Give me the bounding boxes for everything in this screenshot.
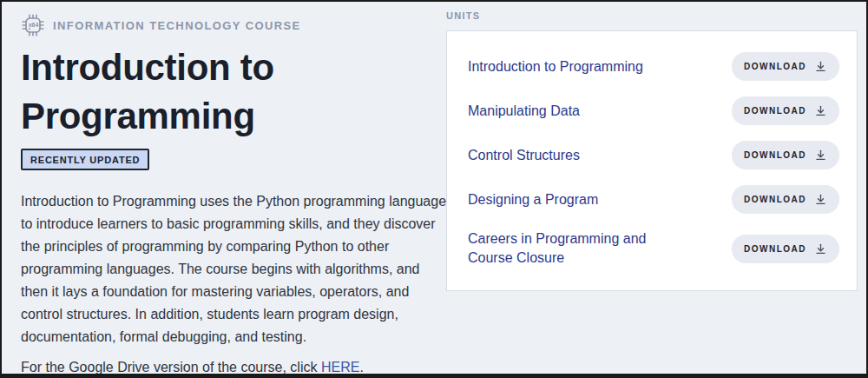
google-drive-note: For the Google Drive version of the cour… [21, 356, 431, 378]
course-eyebrow-row: x64 INFORMATION TECHNOLOGY COURSE [21, 12, 431, 38]
download-button[interactable]: DOWNLOAD [732, 235, 839, 263]
units-label: UNITS [446, 10, 858, 23]
course-category-label: INFORMATION TECHNOLOGY COURSE [53, 19, 301, 32]
download-button-label: DOWNLOAD [744, 195, 806, 204]
download-button-label: DOWNLOAD [744, 150, 806, 160]
course-description: Introduction to Programming uses the Pyt… [21, 190, 431, 348]
download-button-label: DOWNLOAD [744, 244, 806, 254]
svg-text:x64: x64 [29, 22, 39, 28]
page: x64 INFORMATION TECHNOLOGY COURSE Introd… [0, 0, 868, 378]
download-button[interactable]: DOWNLOAD [732, 141, 839, 169]
download-icon [814, 60, 827, 73]
units-card: Introduction to Programming DOWNLOAD Man… [446, 30, 858, 291]
download-icon [814, 104, 827, 117]
description-line: Introduction to Programming uses the Pyt… [21, 190, 431, 213]
download-button[interactable]: DOWNLOAD [732, 185, 839, 214]
description-line: documentation, formal debugging, and tes… [21, 326, 431, 348]
description-line: control structures. In addition, student… [21, 303, 431, 326]
page-title: Introduction to Programming [21, 43, 385, 141]
description-line: the principles of programming by compari… [21, 235, 431, 258]
download-icon [814, 193, 827, 206]
description-line: programming languages. The course begins… [21, 258, 431, 281]
google-drive-note-text: For the Google Drive version of the cour… [21, 360, 321, 375]
description-line: then it lays a foundation for mastering … [21, 281, 431, 303]
download-button-label: DOWNLOAD [744, 106, 806, 116]
download-icon [814, 149, 827, 162]
unit-row: Designing a Program DOWNLOAD [468, 185, 839, 214]
download-icon [814, 242, 827, 255]
google-drive-here-link[interactable]: HERE [321, 360, 359, 375]
download-button-label: DOWNLOAD [744, 62, 806, 71]
unit-row: Careers in Programming and Course Closur… [468, 229, 839, 268]
unit-title-link[interactable]: Careers in Programming and Course Closur… [468, 229, 646, 268]
unit-title-link[interactable]: Control Structures [468, 146, 580, 165]
unit-row: Control Structures DOWNLOAD [468, 141, 839, 169]
google-drive-note-period: . [359, 360, 363, 375]
download-button[interactable]: DOWNLOAD [732, 96, 839, 125]
recently-updated-badge: RECENTLY UPDATED [21, 149, 149, 170]
unit-title-link[interactable]: Manipulating Data [468, 102, 580, 121]
download-button[interactable]: DOWNLOAD [732, 52, 839, 81]
unit-row: Manipulating Data DOWNLOAD [468, 96, 839, 125]
x64-chip-icon: x64 [21, 13, 45, 37]
description-line: to introduce learners to basic programmi… [21, 213, 431, 235]
unit-title-link[interactable]: Designing a Program [468, 190, 598, 209]
unit-title-link[interactable]: Introduction to Programming [468, 57, 643, 76]
unit-row: Introduction to Programming DOWNLOAD [468, 52, 839, 81]
course-overview-section: x64 INFORMATION TECHNOLOGY COURSE Introd… [2, 2, 431, 374]
units-section: UNITS Introduction to Programming DOWNLO… [431, 2, 866, 374]
